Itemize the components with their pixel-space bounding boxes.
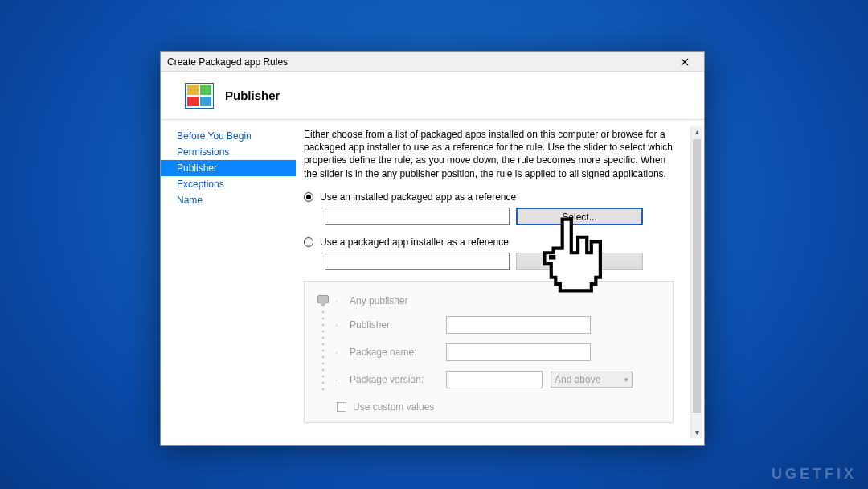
- slider-track: [322, 298, 324, 395]
- close-icon: [681, 58, 689, 66]
- nav-item-name[interactable]: Name: [161, 192, 296, 208]
- close-button[interactable]: [669, 53, 701, 71]
- nav-item-publisher[interactable]: Publisher: [161, 160, 296, 176]
- watermark: UGETFIX: [772, 466, 857, 483]
- description-text: Either choose from a list of packaged ap…: [304, 128, 690, 180]
- any-publisher-label: Any publisher: [350, 295, 438, 306]
- custom-values-label: Use custom values: [353, 401, 434, 413]
- nav-item-before-you-begin[interactable]: Before You Begin: [161, 128, 296, 144]
- specificity-slider[interactable]: [314, 295, 332, 408]
- title-bar[interactable]: Create Packaged app Rules: [161, 52, 704, 72]
- prop-publisher: · Publisher:: [335, 316, 663, 334]
- package-name-input: [446, 343, 591, 361]
- publisher-label: Publisher:: [350, 319, 438, 331]
- package-name-label: Package name:: [350, 347, 438, 358]
- scroll-down-arrow-icon[interactable]: ▾: [691, 427, 702, 438]
- properties-box: · Any publisher · Publisher: · Package n…: [304, 281, 674, 423]
- dialog-window: Create Packaged app Rules Publisher Befo…: [160, 51, 705, 446]
- installed-field-row: Select...: [325, 208, 690, 225]
- prop-package-version: · Package version: And above ▾: [335, 371, 663, 388]
- window-title: Create Packaged app Rules: [167, 56, 288, 68]
- property-rows: · Any publisher · Publisher: · Package n…: [335, 295, 663, 413]
- wizard-icon: [185, 83, 214, 109]
- publisher-input: [446, 316, 591, 334]
- prop-any-publisher: · Any publisher: [335, 295, 663, 306]
- page-title: Publisher: [225, 88, 280, 102]
- dialog-body: Before You Begin Permissions Publisher E…: [161, 120, 704, 445]
- package-version-input: [446, 371, 542, 388]
- slider-thumb[interactable]: [317, 295, 329, 303]
- wizard-nav: Before You Begin Permissions Publisher E…: [161, 120, 296, 445]
- installer-reference-input[interactable]: [325, 253, 510, 270]
- option-installed-row[interactable]: Use an installed packaged app as a refer…: [304, 191, 690, 203]
- version-mode-value: And above: [555, 374, 600, 385]
- chevron-down-icon: ▾: [624, 376, 628, 384]
- package-version-label: Package version:: [350, 374, 438, 385]
- option-installer-label: Use a packaged app installer as a refere…: [320, 236, 509, 248]
- scroll-thumb[interactable]: [693, 139, 701, 413]
- content-pane: ▴ ▾ Either choose from a list of package…: [296, 120, 704, 445]
- prop-package-name: · Package name:: [335, 343, 663, 361]
- custom-values-row[interactable]: Use custom values: [337, 401, 663, 413]
- vertical-scrollbar[interactable]: ▴ ▾: [690, 126, 702, 438]
- installer-field-row: [325, 253, 690, 270]
- radio-installer[interactable]: [304, 237, 313, 247]
- option-installer-row[interactable]: Use a packaged app installer as a refere…: [304, 236, 690, 248]
- custom-values-checkbox[interactable]: [337, 402, 346, 412]
- browse-button[interactable]: [516, 253, 643, 270]
- scroll-up-arrow-icon[interactable]: ▴: [691, 126, 702, 138]
- nav-item-exceptions[interactable]: Exceptions: [161, 176, 296, 192]
- select-button[interactable]: Select...: [516, 208, 643, 225]
- header-strip: Publisher: [161, 72, 704, 120]
- installed-reference-input[interactable]: [325, 208, 510, 225]
- radio-installed-app[interactable]: [304, 192, 313, 202]
- nav-item-permissions[interactable]: Permissions: [161, 144, 296, 160]
- option-installed-label: Use an installed packaged app as a refer…: [320, 191, 516, 203]
- version-mode-combo[interactable]: And above ▾: [551, 372, 633, 388]
